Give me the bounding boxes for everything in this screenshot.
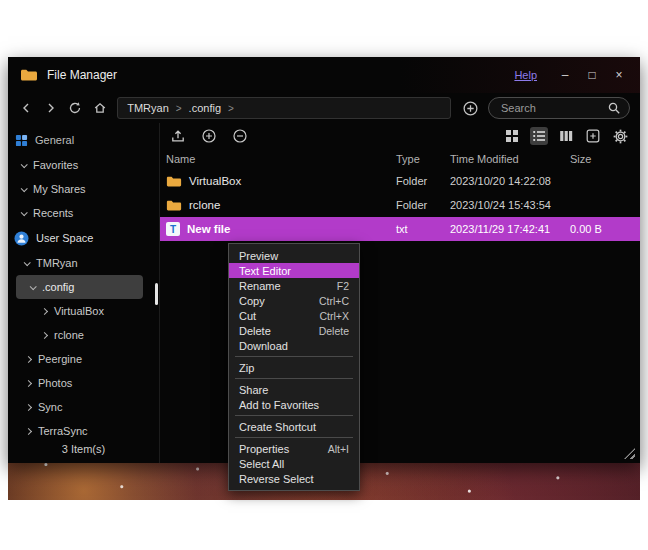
- menu-item-share[interactable]: Share: [229, 382, 359, 397]
- app-folder-icon: [20, 68, 38, 82]
- chevron-down-icon: [21, 209, 28, 216]
- file-toolbar: [160, 123, 640, 149]
- menu-separator: [235, 415, 353, 416]
- sidebar-item-sync[interactable]: Sync: [16, 395, 143, 419]
- add-path-icon[interactable]: [462, 100, 479, 117]
- add-circle-icon[interactable]: [201, 128, 217, 144]
- sidebar-item-favorites[interactable]: Favorites: [8, 153, 159, 177]
- sidebar-section-general[interactable]: General: [8, 127, 159, 153]
- file-name: New file: [187, 223, 230, 235]
- close-button[interactable]: ×: [610, 68, 628, 82]
- chevron-right-icon: [41, 307, 48, 314]
- sidebar-item-label: Favorites: [33, 159, 78, 171]
- sidebar-item-label: TerraSync: [38, 425, 88, 437]
- refresh-icon[interactable]: [68, 101, 84, 115]
- search-input[interactable]: [499, 101, 607, 115]
- sidebar-item-label: rclone: [54, 329, 84, 341]
- screenshot-root: File Manager Help – □ ×: [0, 0, 648, 550]
- sidebar-item-photos[interactable]: Photos: [16, 371, 143, 395]
- search-icon[interactable]: [607, 101, 621, 115]
- menu-item-zip[interactable]: Zip: [229, 360, 359, 375]
- search-box: [488, 97, 630, 119]
- menu-item-delete[interactable]: Delete Delete: [229, 323, 359, 338]
- menu-item-text-editor[interactable]: Text Editor: [229, 263, 359, 278]
- file-row-rclone[interactable]: rclone Folder 2023/10/24 15:43:54: [160, 193, 640, 217]
- chevron-down-icon: [21, 185, 28, 192]
- sidebar-item-label: TMRyan: [36, 257, 78, 269]
- file-name-cell: New file: [166, 222, 396, 236]
- menu-item-select-all[interactable]: Select All: [229, 456, 359, 471]
- upload-icon[interactable]: [170, 128, 186, 144]
- file-name-cell: rclone: [166, 199, 396, 212]
- settings-gear-icon[interactable]: [611, 127, 630, 146]
- list-view-icon[interactable]: [530, 127, 548, 145]
- chevron-down-icon: [30, 283, 37, 290]
- chevron-down-icon: [21, 161, 28, 168]
- general-grid-icon: [15, 134, 28, 147]
- breadcrumb-segment[interactable]: TMRyan: [127, 102, 169, 114]
- file-type: Folder: [396, 199, 450, 211]
- file-name: VirtualBox: [189, 175, 241, 187]
- window-title: File Manager: [47, 68, 117, 82]
- breadcrumb-separator-icon: >: [176, 103, 182, 114]
- sidebar-item-user-space[interactable]: User Space: [8, 225, 159, 251]
- file-row-new-file[interactable]: New file txt 2023/11/29 17:42:41 0.00 B: [160, 217, 640, 241]
- menu-item-properties[interactable]: Properties Alt+I: [229, 441, 359, 456]
- column-header-time-modified[interactable]: Time Modified: [450, 153, 570, 165]
- chevron-right-icon: [41, 331, 48, 338]
- forward-icon[interactable]: [43, 101, 59, 115]
- breadcrumb-segment[interactable]: .config: [189, 102, 221, 114]
- menu-item-copy[interactable]: Copy Ctrl+C: [229, 293, 359, 308]
- sidebar-item-label: Photos: [38, 377, 72, 389]
- add-view-icon[interactable]: [584, 127, 602, 145]
- titlebar: File Manager Help – □ ×: [8, 57, 640, 93]
- file-type: Folder: [396, 175, 450, 187]
- chevron-down-icon: [24, 259, 31, 266]
- menu-item-download[interactable]: Download: [229, 338, 359, 353]
- menu-item-preview[interactable]: Preview: [229, 248, 359, 263]
- grid-view-icon[interactable]: [503, 127, 521, 145]
- item-count-status: 3 Item(s): [8, 443, 159, 455]
- column-header-name[interactable]: Name: [166, 153, 396, 165]
- menu-item-add-to-favorites[interactable]: Add to Favorites: [229, 397, 359, 412]
- sidebar-scrollbar-thumb[interactable]: [155, 283, 158, 305]
- file-row-virtualbox[interactable]: VirtualBox Folder 2023/10/20 14:22:08: [160, 169, 640, 193]
- menu-separator: [235, 437, 353, 438]
- remove-circle-icon[interactable]: [232, 128, 248, 144]
- sidebar-item-tmryan[interactable]: TMRyan: [16, 251, 143, 275]
- file-time: 2023/10/20 14:22:08: [450, 175, 570, 187]
- sidebar-item-rclone[interactable]: rclone: [16, 323, 143, 347]
- navigation-bar: TMRyan > .config >: [8, 93, 640, 123]
- sidebar-item-peergine[interactable]: Peergine: [16, 347, 143, 371]
- help-link[interactable]: Help: [514, 69, 537, 81]
- sidebar-item-my-shares[interactable]: My Shares: [8, 177, 159, 201]
- sidebar-item-virtualbox[interactable]: VirtualBox: [16, 299, 143, 323]
- txt-file-icon: [166, 222, 180, 236]
- home-icon[interactable]: [92, 101, 108, 115]
- breadcrumb-separator-icon: >: [228, 103, 234, 114]
- menu-item-reverse-select[interactable]: Reverse Select: [229, 471, 359, 486]
- menu-item-rename[interactable]: Rename F2: [229, 278, 359, 293]
- sidebar-item-label: User Space: [36, 232, 93, 244]
- back-icon[interactable]: [18, 101, 34, 115]
- file-time: 2023/10/24 15:43:54: [450, 199, 570, 211]
- column-header-type[interactable]: Type: [396, 153, 450, 165]
- menu-item-create-shortcut[interactable]: Create Shortcut: [229, 419, 359, 434]
- sidebar-item-config[interactable]: .config: [16, 275, 143, 299]
- chevron-right-icon: [25, 403, 32, 410]
- maximize-button[interactable]: □: [583, 68, 601, 82]
- file-type: txt: [396, 223, 450, 235]
- column-header-size[interactable]: Size: [570, 153, 640, 165]
- sidebar-item-label: Sync: [38, 401, 62, 413]
- sidebar-item-label: Peergine: [38, 353, 82, 365]
- menu-separator: [235, 356, 353, 357]
- menu-item-cut[interactable]: Cut Ctrl+X: [229, 308, 359, 323]
- sidebar-item-terrasync[interactable]: TerraSync: [16, 419, 143, 443]
- minimize-button[interactable]: –: [556, 68, 574, 82]
- menu-separator: [235, 378, 353, 379]
- sidebar-item-recents[interactable]: Recents: [8, 201, 159, 225]
- context-menu: Preview Text Editor Rename F2 Copy Ctrl+…: [228, 243, 360, 491]
- folder-icon: [166, 175, 182, 188]
- column-view-icon[interactable]: [557, 127, 575, 145]
- breadcrumb: TMRyan > .config >: [117, 97, 451, 119]
